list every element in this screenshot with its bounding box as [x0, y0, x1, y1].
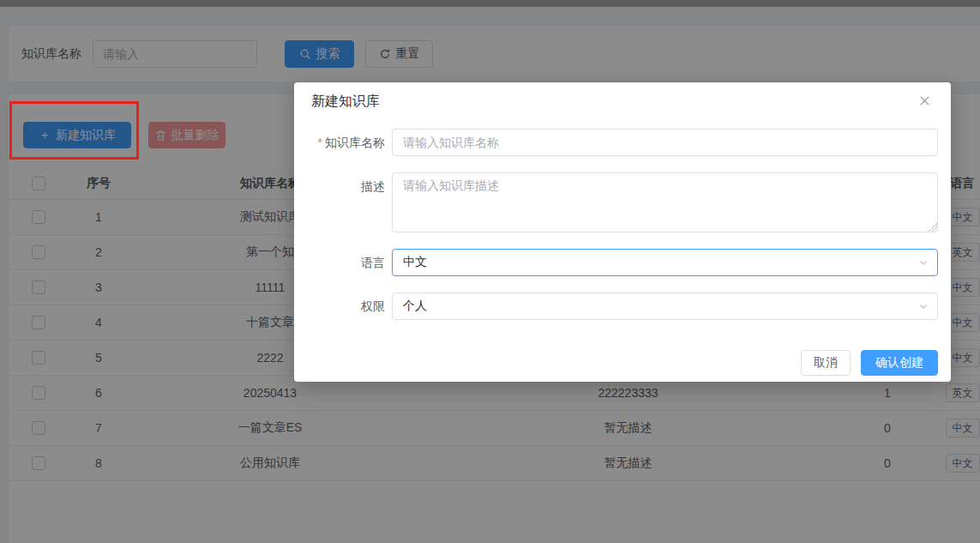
- kb-name-input[interactable]: [392, 129, 938, 156]
- page: 知识库名称 搜索 重置 ＋ 新建知识库 批量删除: [0, 0, 980, 543]
- close-icon[interactable]: [915, 91, 934, 110]
- language-field-label: 语言: [301, 249, 385, 276]
- confirm-create-button[interactable]: 确认创建: [861, 350, 938, 376]
- permission-field-label: 权限: [301, 293, 385, 320]
- desc-field-label: 描述: [301, 172, 385, 200]
- permission-select-value: 个人: [403, 299, 427, 314]
- dialog-footer: 取消 确认创建: [801, 350, 938, 376]
- language-select-value: 中文: [403, 255, 427, 270]
- dialog-title: 新建知识库: [311, 93, 380, 111]
- textarea-resize-grip[interactable]: [929, 223, 937, 232]
- annotation-highlight-rect: [9, 101, 139, 160]
- chevron-down-icon: [918, 257, 929, 268]
- language-select[interactable]: 中文: [392, 249, 938, 276]
- chevron-down-icon: [918, 301, 929, 311]
- name-field-label: *知识库名称: [301, 129, 385, 156]
- permission-select[interactable]: 个人: [392, 293, 938, 320]
- kb-desc-textarea[interactable]: [392, 172, 938, 232]
- required-mark: *: [318, 136, 322, 149]
- cancel-button[interactable]: 取消: [801, 350, 851, 376]
- create-knowledge-base-dialog: 新建知识库 *知识库名称 描述 语言 中文 权限 个人: [294, 82, 951, 382]
